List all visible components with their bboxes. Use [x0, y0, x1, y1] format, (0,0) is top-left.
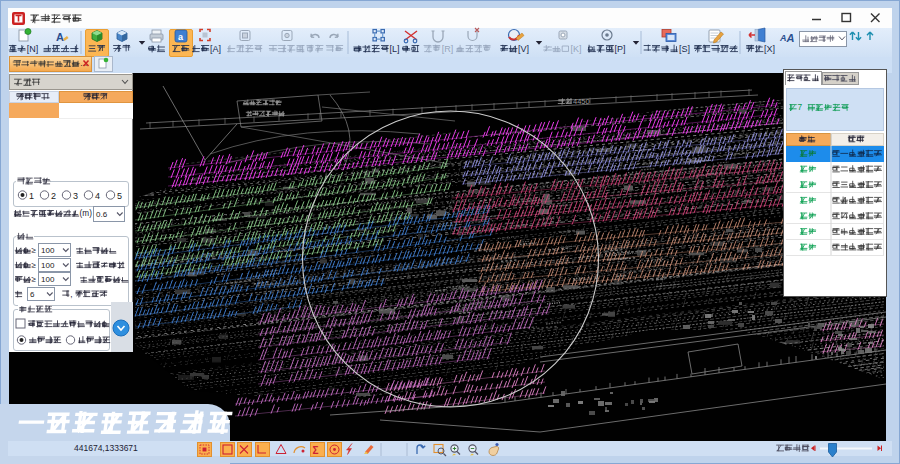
svg-text:4450: 4450	[573, 97, 590, 106]
